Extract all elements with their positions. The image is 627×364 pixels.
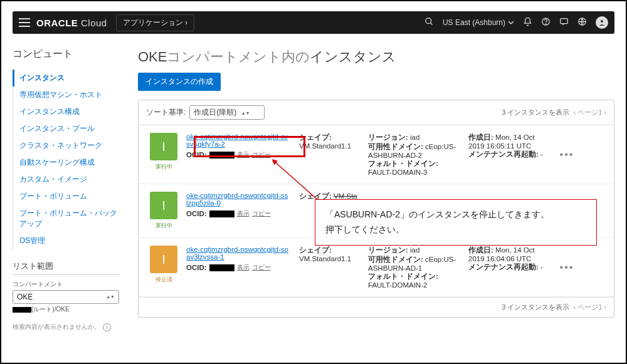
svg-point-0	[426, 18, 431, 23]
count-text: 3 インスタンスを表示	[502, 108, 569, 117]
svg-point-3	[545, 23, 546, 24]
region-label: US East (Ashburn)	[443, 18, 505, 27]
sidebar: コンピュート インスタンス 専用仮想マシン・ホスト インスタンス構成 インスタン…	[13, 48, 125, 361]
ocid-redacted	[209, 264, 234, 271]
help-icon[interactable]	[541, 17, 551, 29]
sort-label: ソート基準:	[146, 107, 186, 118]
status-caption: 実行中	[146, 222, 181, 230]
svg-rect-4	[561, 18, 567, 23]
compartment-path: (ルート)/OKE	[13, 305, 119, 314]
ocid-show-link[interactable]: 表示	[237, 150, 250, 159]
page-title: OKEコンパートメント内のインスタンス	[138, 48, 614, 66]
select-stepper-icon: ▲▼	[241, 112, 250, 115]
row-actions-menu[interactable]: •••	[557, 262, 576, 273]
brand-logo: ORACLE Cloud	[36, 18, 107, 28]
sort-select[interactable]: 作成日(降順) ▲▼	[189, 105, 264, 120]
sidebar-item-instances[interactable]: インスタンス	[13, 70, 119, 86]
chevron-down-icon	[508, 19, 514, 26]
search-icon[interactable]	[424, 17, 434, 29]
brand-bold: ORACLE	[36, 18, 78, 28]
ocid-show-link[interactable]: 表示	[237, 209, 250, 218]
menu-icon[interactable]	[19, 18, 30, 27]
sidebar-item-boot-volume-backup[interactable]: ブート・ボリューム・バックアップ	[13, 205, 119, 232]
pager-foot[interactable]: ‹ ページ1 ›	[573, 303, 606, 312]
instance-name-link[interactable]: oke-cqtimzrgbrd-nswgntcgjtd-svsv5gkfy7a-…	[186, 133, 288, 148]
sidebar-item-custom-image[interactable]: カスタム・イメージ	[13, 171, 119, 188]
instance-name-link[interactable]: oke-cqtimzrgbrd-nswgntcgjtd-sslzpp5zila-…	[186, 192, 288, 207]
row-actions-menu[interactable]: •••	[557, 149, 576, 160]
compartment-value: OKE	[17, 293, 33, 301]
create-instance-button[interactable]: インスタンスの作成	[138, 73, 221, 91]
scope-title: リスト範囲	[13, 261, 119, 275]
globe-icon[interactable]	[577, 17, 587, 29]
sidebar-title: コンピュート	[13, 48, 119, 61]
sidebar-item-boot-volume[interactable]: ブート・ボリューム	[13, 188, 119, 205]
status-caption: 停止済	[146, 276, 181, 284]
compartment-select[interactable]: OKE ▲▼	[13, 290, 119, 304]
sidebar-item-instance-config[interactable]: インスタンス構成	[13, 103, 119, 120]
sidebar-item-instance-pool[interactable]: インスタンス・プール	[13, 120, 119, 137]
ocid-copy-link[interactable]: コピー	[252, 209, 271, 218]
select-stepper-icon: ▲▼	[106, 295, 115, 299]
count-text-foot: 3 インスタンスを表示	[502, 303, 569, 312]
region-selector[interactable]: US East (Ashburn)	[443, 18, 514, 27]
info-icon[interactable]: i	[103, 323, 111, 331]
top-bar: ORACLE Cloud アプリケーション › US East (Ashburn…	[13, 11, 614, 34]
application-link[interactable]: アプリケーション ›	[116, 14, 194, 31]
instance-name-link[interactable]: oke-cqtimzrgbrd-nswgntcgjtd-soav3lzvssa-…	[186, 246, 288, 261]
status-caption: 実行中	[146, 163, 181, 171]
svg-line-1	[430, 23, 432, 24]
brand-light: Cloud	[78, 18, 107, 28]
instance-row: I 実行中 oke-cqtimzrgbrd-nswgntcgjtd-svsv5g…	[139, 125, 614, 184]
bell-icon[interactable]	[523, 17, 532, 29]
status-badge-running: I	[150, 192, 177, 219]
sidebar-item-dedicated-vm[interactable]: 専用仮想マシン・ホスト	[13, 86, 119, 103]
status-badge-stopped: I	[150, 246, 177, 273]
ocid-copy-link[interactable]: コピー	[252, 150, 271, 159]
annotation-callout: 「ASUBURN-AD-2」のインスタンスを停止してきます。 押下してください。	[315, 199, 597, 246]
sidebar-item-autoscaling[interactable]: 自動スケーリング構成	[13, 154, 119, 171]
side-nav: インスタンス 専用仮想マシン・ホスト インスタンス構成 インスタンス・プール ク…	[13, 70, 119, 249]
instance-row: I 停止済 oke-cqtimzrgbrd-nswgntcgjtd-soav3l…	[139, 238, 614, 297]
status-badge-running: I	[150, 133, 177, 160]
svg-point-6	[601, 20, 603, 23]
sidebar-item-os-management[interactable]: OS管理	[13, 232, 119, 249]
pager[interactable]: ‹ ページ1 ›	[573, 108, 606, 117]
compartment-label: コンパートメント	[13, 280, 119, 289]
ocid-redacted	[209, 211, 234, 217]
sidebar-item-cluster-network[interactable]: クラスタ・ネットワーク	[13, 137, 119, 154]
chat-icon[interactable]	[559, 17, 569, 29]
ocid-redacted	[209, 152, 234, 159]
ocid-show-link[interactable]: 表示	[237, 263, 250, 272]
user-avatar-icon[interactable]	[596, 16, 608, 29]
search-note: 検索内容が表示されませんか。 i	[13, 323, 119, 331]
ocid-copy-link[interactable]: コピー	[252, 263, 271, 272]
